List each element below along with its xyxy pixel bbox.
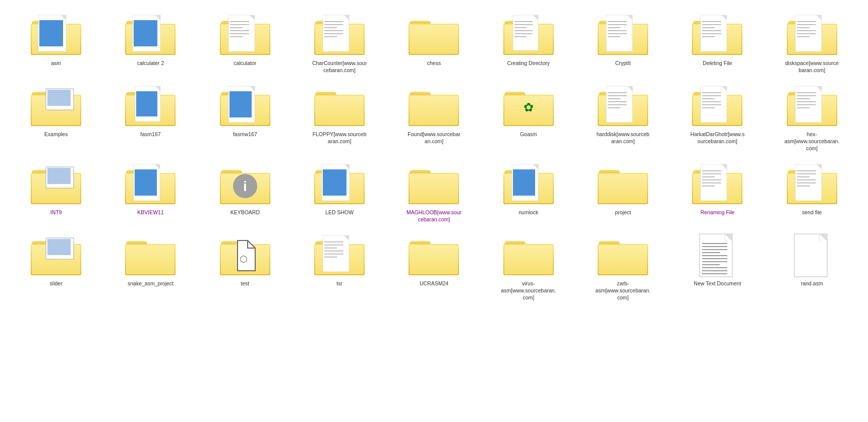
svg-rect-61 (702, 36, 715, 37)
svg-rect-39 (514, 30, 533, 31)
file-item-numlock[interactable]: numlock (483, 159, 574, 225)
file-grid: asmcalculater 2calculatorCharCounter[www… (5, 5, 863, 309)
file-item-asm[interactable]: asm (10, 10, 102, 76)
file-item-examples[interactable]: Examples (10, 81, 102, 154)
file-item-snake[interactable]: snake_asm_project (104, 230, 196, 304)
file-label-fasmw167: fasmw167 (233, 131, 257, 138)
svg-rect-41 (514, 36, 527, 37)
file-item-fasmw167[interactable]: fasmw167 (199, 81, 291, 154)
file-item-test[interactable]: ⬡test (199, 230, 291, 304)
svg-rect-199 (702, 246, 727, 247)
icon-ucrasm24 (406, 233, 461, 278)
svg-rect-80 (136, 91, 157, 116)
svg-rect-89 (410, 96, 458, 125)
icon-slider (28, 233, 84, 278)
file-item-keyboard[interactable]: iKEYBOARD (199, 159, 291, 225)
file-label-harddisk: harddisk[www.sourcebaran.com] (595, 131, 651, 145)
file-item-calculater2[interactable]: calculater 2 (104, 10, 196, 76)
file-item-virusasm[interactable]: virus-asm[www.sourcebaran.com] (483, 230, 574, 304)
svg-rect-60 (702, 33, 721, 34)
file-label-virusasm: virus-asm[www.sourcebaran.com] (501, 280, 556, 301)
svg-rect-168 (797, 183, 816, 184)
file-item-renamingfile[interactable]: Renaming File (671, 159, 763, 225)
file-label-project: project (615, 209, 631, 216)
file-label-ucrasm24: UCRASM24 (420, 280, 448, 287)
file-label-keyboard: KEYBOARD (230, 209, 260, 216)
svg-rect-16 (230, 27, 243, 28)
file-item-ledshow[interactable]: LED SHOW (294, 159, 385, 225)
svg-rect-173 (47, 239, 71, 255)
file-label-floppy: FLOPPY[www.sourcebaran.com] (312, 131, 367, 145)
file-item-sendfile[interactable]: send file (766, 159, 858, 225)
file-item-harkatdarghotr[interactable]: HarkatDarGhotr[www.sourcebaran.com] (671, 81, 763, 154)
file-item-slider[interactable]: slider (10, 230, 102, 304)
file-item-newtextdoc[interactable]: New Text Document (671, 230, 763, 304)
file-item-maghloob[interactable]: MAGHLOOB[www.sourcebaran.com] (388, 159, 480, 225)
svg-rect-185 (324, 248, 337, 249)
file-item-creatingdirectory[interactable]: Creating Directory (483, 10, 574, 76)
file-item-calculator[interactable]: calculator (199, 10, 291, 76)
file-item-zarbasm[interactable]: zarb-asm[www.sourcebaran.com] (577, 230, 669, 304)
svg-rect-187 (324, 254, 343, 255)
file-item-hexasm[interactable]: hex-asm[www.sourcebaran.com] (766, 81, 858, 154)
file-item-cryptit[interactable]: CryptIt (577, 10, 669, 76)
icon-asm (28, 13, 84, 58)
file-label-deletingfile: Deleting File (703, 60, 732, 67)
file-item-found[interactable]: Found[www.sourcebaran.com] (388, 81, 480, 154)
file-label-ledshow: LED SHOW (325, 209, 354, 216)
file-item-randasm[interactable]: rand.asm (766, 230, 858, 304)
file-label-calculater2: calculater 2 (137, 60, 164, 67)
file-label-creatingdirectory: Creating Directory (507, 60, 550, 67)
svg-rect-188 (324, 257, 337, 258)
file-label-zarbasm: zarb-asm[www.sourcebaran.com] (595, 280, 651, 301)
file-item-floppy[interactable]: FLOPPY[www.sourcebaran.com] (294, 81, 385, 154)
svg-text:✿: ✿ (524, 100, 534, 114)
file-label-numlock: numlock (518, 209, 538, 216)
file-item-tsr[interactable]: tsr (294, 230, 385, 304)
svg-rect-209 (794, 234, 827, 277)
svg-rect-112 (702, 107, 715, 108)
svg-rect-206 (702, 267, 727, 268)
file-item-kbview11[interactable]: KBVIEW11 (104, 159, 196, 225)
svg-rect-75 (47, 90, 71, 106)
svg-rect-59 (702, 30, 721, 31)
svg-rect-87 (315, 96, 364, 125)
svg-rect-17 (230, 30, 249, 31)
svg-rect-99 (608, 98, 620, 99)
svg-rect-48 (608, 27, 620, 28)
svg-rect-18 (230, 33, 249, 34)
icon-harddisk (595, 84, 651, 129)
file-item-ucrasm24[interactable]: UCRASM24 (388, 230, 480, 304)
svg-rect-108 (702, 95, 721, 96)
svg-rect-202 (702, 255, 727, 256)
svg-rect-50 (608, 33, 627, 34)
file-label-snake: snake_asm_project (128, 280, 173, 287)
icon-diskspace (784, 13, 840, 58)
file-item-goasm[interactable]: ✿Goasm (483, 81, 574, 154)
file-item-diskspace[interactable]: diskspace[www.sourcebaran.com] (766, 10, 858, 76)
svg-rect-49 (608, 30, 627, 31)
file-label-asm: asm (51, 60, 61, 67)
svg-rect-28 (324, 33, 343, 34)
svg-rect-165 (797, 173, 816, 174)
file-item-charcounter[interactable]: CharCounter[www.sourcebaran.com] (294, 10, 385, 76)
file-item-chess[interactable]: chess (388, 10, 480, 76)
svg-rect-208 (702, 273, 727, 274)
svg-rect-201 (702, 252, 720, 253)
file-item-deletingfile[interactable]: Deleting File (671, 10, 763, 76)
icon-sendfile (784, 162, 840, 207)
file-item-int9[interactable]: INT9 (10, 159, 102, 225)
icon-test: ⬡ (217, 233, 273, 278)
svg-rect-109 (702, 98, 715, 99)
file-label-calculator: calculator (234, 60, 256, 67)
icon-goasm: ✿ (501, 84, 556, 129)
file-item-harddisk[interactable]: harddisk[www.sourcebaran.com] (577, 81, 669, 154)
icon-numlock (501, 162, 556, 207)
svg-rect-67 (797, 24, 816, 25)
icon-project (595, 162, 651, 207)
icon-creatingdirectory (501, 13, 556, 58)
file-item-fasm167[interactable]: fasm167 (104, 81, 196, 154)
svg-rect-142 (410, 174, 458, 203)
file-item-project[interactable]: project (577, 159, 669, 225)
svg-rect-51 (608, 36, 620, 37)
